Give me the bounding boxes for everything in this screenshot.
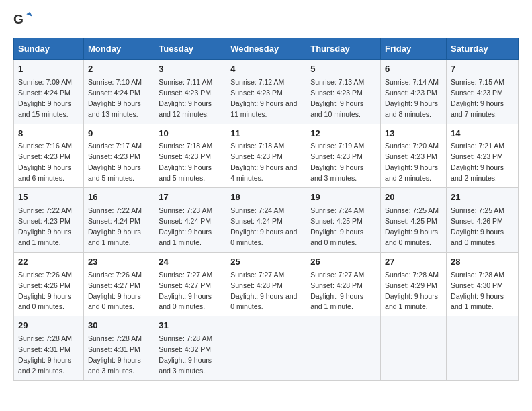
day-number: 9: [88, 128, 150, 140]
sunset-info: Sunset: 4:23 PM: [385, 89, 437, 97]
daylight-info: Daylight: 9 hours and 0 minutes.: [18, 292, 71, 311]
day-number: 1: [18, 63, 79, 76]
day-number: 4: [230, 63, 302, 76]
sunrise-info: Sunrise: 7:18 AM: [230, 142, 284, 150]
sunset-info: Sunset: 4:28 PM: [310, 281, 363, 289]
sunrise-info: Sunrise: 7:15 AM: [451, 78, 504, 86]
sunrise-info: Sunrise: 7:24 AM: [310, 206, 364, 214]
day-number: 19: [310, 191, 376, 204]
sunset-info: Sunset: 4:24 PM: [88, 217, 140, 225]
sunrise-info: Sunrise: 7:24 AM: [230, 206, 284, 214]
calendar-cell: 14Sunrise: 7:21 AMSunset: 4:23 PMDayligh…: [447, 124, 519, 188]
sunset-info: Sunset: 4:23 PM: [230, 152, 283, 161]
sunset-info: Sunset: 4:23 PM: [159, 89, 211, 97]
daylight-info: Daylight: 9 hours and 0 minutes.: [451, 228, 504, 246]
day-number: 8: [18, 128, 79, 140]
daylight-info: Daylight: 9 hours and 7 minutes.: [451, 99, 504, 118]
calendar-cell: 4Sunrise: 7:12 AMSunset: 4:23 PMDaylight…: [226, 60, 306, 124]
daylight-info: Daylight: 9 hours and 5 minutes.: [88, 163, 141, 182]
sunset-info: Sunset: 4:25 PM: [385, 217, 437, 225]
sunrise-info: Sunrise: 7:09 AM: [18, 78, 72, 86]
day-number: 18: [230, 191, 302, 204]
sunrise-info: Sunrise: 7:26 AM: [18, 271, 72, 279]
sunset-info: Sunset: 4:32 PM: [159, 345, 211, 353]
calendar-cell: 24Sunrise: 7:27 AMSunset: 4:27 PMDayligh…: [154, 252, 226, 316]
day-number: 21: [451, 191, 514, 204]
calendar-cell: 31Sunrise: 7:28 AMSunset: 4:32 PMDayligh…: [154, 316, 226, 381]
day-number: 20: [385, 191, 442, 204]
day-number: 3: [159, 63, 222, 76]
sunset-info: Sunset: 4:31 PM: [18, 345, 71, 353]
sunrise-info: Sunrise: 7:18 AM: [159, 142, 212, 150]
day-number: 2: [88, 63, 150, 76]
calendar-cell: 16Sunrise: 7:22 AMSunset: 4:24 PMDayligh…: [84, 188, 154, 253]
sunset-info: Sunset: 4:23 PM: [310, 89, 363, 97]
day-number: 26: [310, 256, 376, 269]
header: G: [13, 11, 519, 30]
calendar-cell: 27Sunrise: 7:28 AMSunset: 4:29 PMDayligh…: [381, 252, 447, 316]
daylight-info: Daylight: 9 hours and 11 minutes.: [230, 99, 297, 118]
sunset-info: Sunset: 4:30 PM: [451, 281, 503, 289]
calendar-week-row: 22Sunrise: 7:26 AMSunset: 4:26 PMDayligh…: [14, 252, 519, 316]
calendar-cell: 25Sunrise: 7:27 AMSunset: 4:28 PMDayligh…: [226, 252, 306, 316]
day-number: 16: [88, 191, 150, 204]
calendar-cell: 2Sunrise: 7:10 AMSunset: 4:24 PMDaylight…: [84, 60, 154, 124]
day-number: 29: [18, 320, 79, 332]
daylight-info: Daylight: 9 hours and 1 minute.: [18, 228, 71, 246]
calendar-week-row: 8Sunrise: 7:16 AMSunset: 4:23 PMDaylight…: [14, 124, 519, 188]
daylight-info: Daylight: 9 hours and 6 minutes.: [18, 163, 71, 182]
calendar-cell: 28Sunrise: 7:28 AMSunset: 4:30 PMDayligh…: [447, 252, 519, 316]
calendar-cell: 9Sunrise: 7:17 AMSunset: 4:23 PMDaylight…: [84, 124, 154, 188]
daylight-info: Daylight: 9 hours and 0 minutes.: [310, 228, 363, 246]
calendar-cell: 18Sunrise: 7:24 AMSunset: 4:24 PMDayligh…: [226, 188, 306, 253]
sunset-info: Sunset: 4:31 PM: [88, 345, 140, 353]
sunrise-info: Sunrise: 7:21 AM: [451, 142, 504, 150]
calendar-cell: 29Sunrise: 7:28 AMSunset: 4:31 PMDayligh…: [14, 316, 84, 381]
daylight-info: Daylight: 9 hours and 0 minutes.: [159, 292, 212, 311]
daylight-info: Daylight: 9 hours and 3 minutes.: [88, 356, 141, 375]
weekday-header-sunday: Sunday: [14, 38, 84, 60]
sunrise-info: Sunrise: 7:25 AM: [451, 206, 504, 214]
sunrise-info: Sunrise: 7:28 AM: [385, 271, 439, 279]
calendar-cell: 6Sunrise: 7:14 AMSunset: 4:23 PMDaylight…: [381, 60, 447, 124]
calendar-cell: [447, 316, 519, 381]
calendar-week-row: 15Sunrise: 7:22 AMSunset: 4:23 PMDayligh…: [14, 188, 519, 253]
calendar-cell: 22Sunrise: 7:26 AMSunset: 4:26 PMDayligh…: [14, 252, 84, 316]
weekday-header-wednesday: Wednesday: [226, 38, 306, 60]
daylight-info: Daylight: 9 hours and 1 minute.: [385, 292, 438, 311]
weekday-header-friday: Friday: [381, 38, 447, 60]
sunset-info: Sunset: 4:28 PM: [230, 281, 283, 289]
daylight-info: Daylight: 9 hours and 3 minutes.: [159, 356, 212, 375]
day-number: 5: [310, 63, 376, 76]
sunset-info: Sunset: 4:25 PM: [310, 217, 363, 225]
day-number: 24: [159, 256, 222, 269]
daylight-info: Daylight: 9 hours and 10 minutes.: [310, 99, 363, 118]
day-number: 12: [310, 128, 376, 140]
daylight-info: Daylight: 9 hours and 2 minutes.: [451, 163, 504, 182]
sunset-info: Sunset: 4:23 PM: [230, 89, 283, 97]
sunrise-info: Sunrise: 7:27 AM: [230, 271, 284, 279]
daylight-info: Daylight: 9 hours and 12 minutes.: [159, 99, 212, 118]
weekday-header-saturday: Saturday: [447, 38, 519, 60]
day-number: 28: [451, 256, 514, 269]
calendar-cell: 10Sunrise: 7:18 AMSunset: 4:23 PMDayligh…: [154, 124, 226, 188]
sunrise-info: Sunrise: 7:20 AM: [385, 142, 439, 150]
sunrise-info: Sunrise: 7:14 AM: [385, 78, 439, 86]
daylight-info: Daylight: 9 hours and 0 minutes.: [385, 228, 438, 246]
day-number: 22: [18, 256, 79, 269]
daylight-info: Daylight: 9 hours and 8 minutes.: [385, 99, 438, 118]
calendar-cell: 7Sunrise: 7:15 AMSunset: 4:23 PMDaylight…: [447, 60, 519, 124]
daylight-info: Daylight: 9 hours and 5 minutes.: [159, 163, 212, 182]
sunset-info: Sunset: 4:23 PM: [159, 152, 211, 161]
weekday-header-monday: Monday: [84, 38, 154, 60]
sunrise-info: Sunrise: 7:19 AM: [310, 142, 364, 150]
day-number: 23: [88, 256, 150, 269]
day-number: 14: [451, 128, 514, 140]
weekday-header-thursday: Thursday: [306, 38, 381, 60]
calendar-cell: [381, 316, 447, 381]
logo-icon: G: [13, 11, 32, 30]
daylight-info: Daylight: 9 hours and 1 minute.: [310, 292, 363, 311]
sunset-info: Sunset: 4:26 PM: [451, 217, 503, 225]
calendar-cell: 8Sunrise: 7:16 AMSunset: 4:23 PMDaylight…: [14, 124, 84, 188]
sunrise-info: Sunrise: 7:12 AM: [230, 78, 284, 86]
